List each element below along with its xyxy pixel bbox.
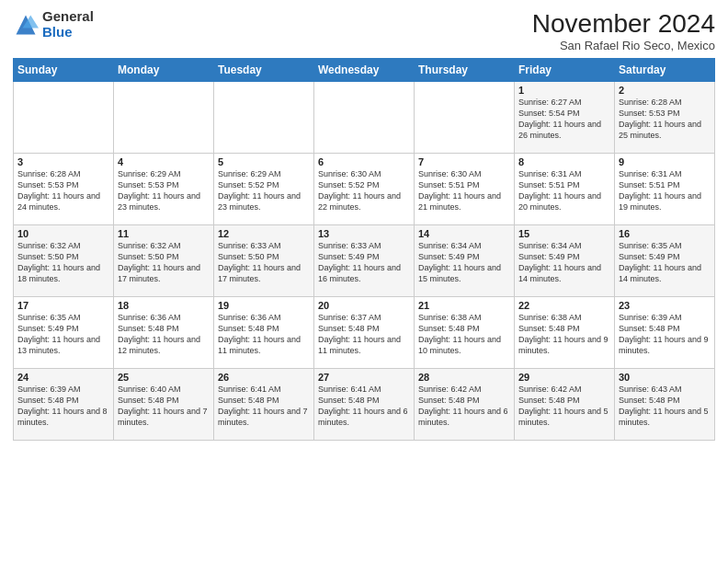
day-info: Sunrise: 6:28 AM Sunset: 5:53 PM Dayligh… (17, 168, 109, 213)
day-info: Sunrise: 6:31 AM Sunset: 5:51 PM Dayligh… (619, 168, 711, 213)
table-cell: 7Sunrise: 6:30 AM Sunset: 5:51 PM Daylig… (415, 154, 515, 225)
col-wednesday: Wednesday (314, 59, 415, 82)
day-number: 22 (518, 300, 610, 311)
day-number: 10 (17, 228, 109, 239)
logo-text: General Blue (42, 9, 94, 40)
day-number: 27 (318, 372, 410, 383)
day-info: Sunrise: 6:36 AM Sunset: 5:48 PM Dayligh… (118, 312, 210, 357)
table-cell: 11Sunrise: 6:32 AM Sunset: 5:50 PM Dayli… (114, 225, 214, 297)
day-number: 28 (418, 372, 510, 383)
calendar-row: 10Sunrise: 6:32 AM Sunset: 5:50 PM Dayli… (14, 225, 715, 297)
table-cell (214, 82, 314, 154)
table-cell: 23Sunrise: 6:39 AM Sunset: 5:48 PM Dayli… (615, 297, 715, 369)
day-info: Sunrise: 6:30 AM Sunset: 5:51 PM Dayligh… (418, 168, 510, 213)
calendar-row: 1Sunrise: 6:27 AM Sunset: 5:54 PM Daylig… (14, 82, 715, 154)
day-number: 30 (619, 372, 711, 383)
day-number: 8 (518, 156, 610, 167)
day-number: 19 (218, 300, 310, 311)
day-info: Sunrise: 6:37 AM Sunset: 5:48 PM Dayligh… (318, 312, 410, 357)
calendar-row: 3Sunrise: 6:28 AM Sunset: 5:53 PM Daylig… (14, 154, 715, 225)
table-cell: 19Sunrise: 6:36 AM Sunset: 5:48 PM Dayli… (214, 297, 314, 369)
day-info: Sunrise: 6:35 AM Sunset: 5:49 PM Dayligh… (17, 312, 109, 357)
day-info: Sunrise: 6:33 AM Sunset: 5:49 PM Dayligh… (318, 240, 410, 285)
logo-icon (13, 12, 39, 38)
table-cell: 4Sunrise: 6:29 AM Sunset: 5:53 PM Daylig… (114, 154, 214, 225)
table-cell: 18Sunrise: 6:36 AM Sunset: 5:48 PM Dayli… (114, 297, 214, 369)
table-cell: 8Sunrise: 6:31 AM Sunset: 5:51 PM Daylig… (515, 154, 615, 225)
day-info: Sunrise: 6:29 AM Sunset: 5:52 PM Dayligh… (218, 168, 310, 213)
table-cell: 22Sunrise: 6:38 AM Sunset: 5:48 PM Dayli… (515, 297, 615, 369)
col-thursday: Thursday (415, 59, 515, 82)
table-cell: 16Sunrise: 6:35 AM Sunset: 5:49 PM Dayli… (615, 225, 715, 297)
table-cell (415, 82, 515, 154)
logo-general-text: General (42, 9, 94, 25)
day-number: 9 (619, 156, 711, 167)
table-cell: 25Sunrise: 6:40 AM Sunset: 5:48 PM Dayli… (114, 369, 214, 441)
day-info: Sunrise: 6:35 AM Sunset: 5:49 PM Dayligh… (619, 240, 711, 285)
day-number: 20 (318, 300, 410, 311)
day-number: 1 (518, 85, 610, 96)
day-number: 4 (118, 156, 210, 167)
day-info: Sunrise: 6:29 AM Sunset: 5:53 PM Dayligh… (118, 168, 210, 213)
table-cell: 29Sunrise: 6:42 AM Sunset: 5:48 PM Dayli… (515, 369, 615, 441)
table-cell (114, 82, 214, 154)
day-info: Sunrise: 6:41 AM Sunset: 5:48 PM Dayligh… (218, 384, 310, 429)
table-cell: 24Sunrise: 6:39 AM Sunset: 5:48 PM Dayli… (14, 369, 114, 441)
table-cell: 14Sunrise: 6:34 AM Sunset: 5:49 PM Dayli… (415, 225, 515, 297)
logo: General Blue (13, 9, 94, 40)
table-cell: 20Sunrise: 6:37 AM Sunset: 5:48 PM Dayli… (314, 297, 415, 369)
table-cell: 26Sunrise: 6:41 AM Sunset: 5:48 PM Dayli… (214, 369, 314, 441)
table-cell: 12Sunrise: 6:33 AM Sunset: 5:50 PM Dayli… (214, 225, 314, 297)
day-number: 29 (518, 372, 610, 383)
col-saturday: Saturday (615, 59, 715, 82)
day-number: 23 (619, 300, 711, 311)
day-info: Sunrise: 6:38 AM Sunset: 5:48 PM Dayligh… (418, 312, 510, 357)
day-number: 17 (17, 300, 109, 311)
table-cell: 2Sunrise: 6:28 AM Sunset: 5:53 PM Daylig… (615, 82, 715, 154)
day-info: Sunrise: 6:39 AM Sunset: 5:48 PM Dayligh… (619, 312, 711, 357)
day-number: 14 (418, 228, 510, 239)
day-number: 15 (518, 228, 610, 239)
table-cell: 10Sunrise: 6:32 AM Sunset: 5:50 PM Dayli… (14, 225, 114, 297)
table-cell: 1Sunrise: 6:27 AM Sunset: 5:54 PM Daylig… (515, 82, 615, 154)
day-info: Sunrise: 6:41 AM Sunset: 5:48 PM Dayligh… (318, 384, 410, 429)
col-sunday: Sunday (14, 59, 114, 82)
header-row: Sunday Monday Tuesday Wednesday Thursday… (14, 59, 715, 82)
table-cell (14, 82, 114, 154)
day-number: 21 (418, 300, 510, 311)
day-number: 3 (17, 156, 109, 167)
table-cell (314, 82, 415, 154)
day-number: 11 (118, 228, 210, 239)
table-cell: 9Sunrise: 6:31 AM Sunset: 5:51 PM Daylig… (615, 154, 715, 225)
col-tuesday: Tuesday (214, 59, 314, 82)
day-number: 25 (118, 372, 210, 383)
table-cell: 15Sunrise: 6:34 AM Sunset: 5:49 PM Dayli… (515, 225, 615, 297)
logo-blue-text: Blue (42, 25, 94, 40)
day-info: Sunrise: 6:40 AM Sunset: 5:48 PM Dayligh… (118, 384, 210, 429)
table-cell: 6Sunrise: 6:30 AM Sunset: 5:52 PM Daylig… (314, 154, 415, 225)
day-number: 6 (318, 156, 410, 167)
day-info: Sunrise: 6:32 AM Sunset: 5:50 PM Dayligh… (17, 240, 109, 285)
table-cell: 21Sunrise: 6:38 AM Sunset: 5:48 PM Dayli… (415, 297, 515, 369)
calendar-table: Sunday Monday Tuesday Wednesday Thursday… (13, 58, 715, 441)
day-number: 13 (318, 228, 410, 239)
header: General Blue November 2024 San Rafael Ri… (13, 9, 715, 52)
day-number: 26 (218, 372, 310, 383)
day-info: Sunrise: 6:31 AM Sunset: 5:51 PM Dayligh… (518, 168, 610, 213)
day-info: Sunrise: 6:34 AM Sunset: 5:49 PM Dayligh… (418, 240, 510, 285)
table-cell: 3Sunrise: 6:28 AM Sunset: 5:53 PM Daylig… (14, 154, 114, 225)
day-info: Sunrise: 6:32 AM Sunset: 5:50 PM Dayligh… (118, 240, 210, 285)
day-info: Sunrise: 6:38 AM Sunset: 5:48 PM Dayligh… (518, 312, 610, 357)
day-number: 18 (118, 300, 210, 311)
day-info: Sunrise: 6:39 AM Sunset: 5:48 PM Dayligh… (17, 384, 109, 429)
day-number: 24 (17, 372, 109, 383)
day-info: Sunrise: 6:43 AM Sunset: 5:48 PM Dayligh… (619, 384, 711, 429)
day-number: 12 (218, 228, 310, 239)
day-info: Sunrise: 6:33 AM Sunset: 5:50 PM Dayligh… (218, 240, 310, 285)
day-number: 5 (218, 156, 310, 167)
calendar-row: 24Sunrise: 6:39 AM Sunset: 5:48 PM Dayli… (14, 369, 715, 441)
table-cell: 27Sunrise: 6:41 AM Sunset: 5:48 PM Dayli… (314, 369, 415, 441)
table-cell: 13Sunrise: 6:33 AM Sunset: 5:49 PM Dayli… (314, 225, 415, 297)
day-info: Sunrise: 6:36 AM Sunset: 5:48 PM Dayligh… (218, 312, 310, 357)
col-friday: Friday (515, 59, 615, 82)
